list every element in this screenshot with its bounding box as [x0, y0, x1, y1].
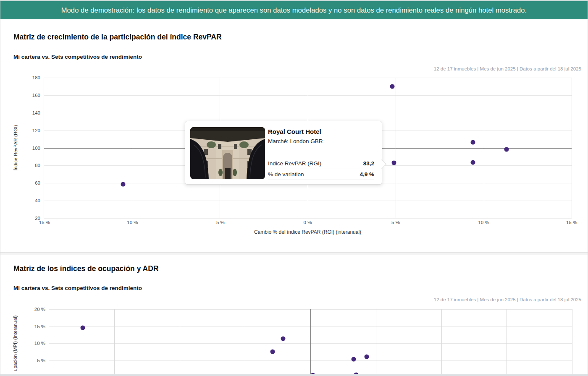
x-gridline: [245, 309, 245, 376]
y-axis-tick-label: 160: [32, 93, 40, 98]
scatter-point[interactable]: [504, 147, 509, 152]
y-axis-tick-label: 180: [32, 75, 40, 80]
hotel-photo: [190, 127, 265, 179]
tooltip-rgi-label: Indice RevPAR (RGI): [268, 160, 321, 167]
chart1-meta: 12 de 17 inmuebles | Mes de jun 2025 | D…: [434, 66, 581, 71]
chart1-y-axis-label: Índice RevPAR (RGI): [13, 125, 18, 170]
scatter-point[interactable]: [270, 350, 275, 354]
x-axis-tick-label: 0 %: [304, 220, 312, 225]
scatter-point[interactable]: [471, 160, 475, 165]
y-axis-tick-label: 10 %: [34, 341, 45, 346]
x-gridline: [396, 78, 396, 218]
y-axis-tick-label: 120: [32, 128, 40, 133]
chart2-title: Matriz de los índices de ocupación y ADR: [13, 264, 159, 273]
tooltip-variation-value: 4,9 %: [360, 171, 374, 178]
tooltip-rgi-value: 83,2: [363, 160, 374, 167]
x-gridline: [114, 309, 115, 376]
demo-mode-banner: Modo de demostración: los datos de rendi…: [0, 0, 588, 19]
chart1-title: Matriz de crecimiento de la participació…: [13, 33, 222, 42]
y-axis-tick-label: 80: [35, 163, 40, 168]
scatter-point[interactable]: [281, 337, 285, 341]
y-axis-tick-label: 5 %: [37, 358, 45, 363]
scatter-point[interactable]: [121, 182, 125, 187]
scatter-point[interactable]: [80, 325, 85, 330]
x-gridline: [441, 309, 442, 376]
y-axis-tick-label: 40: [35, 198, 40, 203]
tooltip-variation-label: % de variation: [268, 171, 304, 178]
x-axis-tick-label: 15 %: [566, 220, 577, 225]
x-gridline: [484, 78, 484, 218]
x-gridline: [507, 309, 507, 376]
y-axis-tick-label: 20 %: [34, 307, 45, 312]
scatter-point[interactable]: [390, 84, 394, 89]
x-gridline: [572, 309, 572, 376]
tooltip-hotel-name: Royal Court Hotel: [268, 128, 321, 135]
tooltip-market: Marché: London GBR: [268, 138, 323, 144]
zero-reference-line: [310, 309, 311, 376]
hotel-photo-illustration: [190, 127, 265, 179]
x-gridline: [44, 78, 44, 218]
chart2-meta: 12 de 17 inmuebles | Mes de jun 2025 | D…: [434, 297, 581, 302]
chart2-subtitle: Mi cartera vs. Sets competitivos de rend…: [13, 285, 142, 291]
occupancy-adr-scatter-plot: 20 %15 %10 %5 %: [49, 309, 572, 376]
demo-mode-banner-text: Modo de demostración: los datos de rendi…: [61, 6, 527, 14]
x-axis-tick-label: 5 %: [391, 220, 400, 225]
scatter-point[interactable]: [351, 357, 356, 362]
y-axis-tick-label: 140: [32, 110, 40, 115]
chart1-x-axis-label: Cambio % del índice RevPAR (RGI) (intera…: [44, 229, 572, 235]
y-axis-tick-label: 15 %: [34, 324, 45, 329]
tooltip-row-rgi: Indice RevPAR (RGI) 83,2: [268, 158, 374, 169]
x-gridline: [376, 309, 376, 376]
x-gridline: [49, 309, 49, 376]
tooltip-metrics: Indice RevPAR (RGI) 83,2 % de variation …: [268, 158, 374, 180]
x-gridline: [572, 78, 572, 218]
x-gridline: [180, 309, 180, 376]
x-axis-tick-label: -15 %: [37, 220, 50, 225]
tooltip-row-variation: % de variation 4,9 %: [268, 169, 374, 180]
x-axis-tick-label: 10 %: [478, 220, 489, 225]
chart1-subtitle: Mi cartera vs. Sets competitivos de rend…: [13, 54, 142, 60]
x-axis-tick-label: -10 %: [125, 220, 138, 225]
y-axis-tick-label: 60: [35, 180, 40, 185]
section-divider: [0, 252, 588, 255]
y-gridline: [44, 218, 572, 219]
x-axis-tick-label: -5 %: [215, 220, 225, 225]
chart2-y-axis-label: upación (MPI) (interanual): [13, 316, 18, 371]
viewport-bottom-strip: [0, 374, 588, 376]
x-gridline: [132, 78, 132, 218]
y-axis-tick-label: 100: [32, 146, 40, 151]
hotel-tooltip: Royal Court Hotel Marché: London GBR Ind…: [185, 121, 382, 185]
scatter-point[interactable]: [364, 354, 369, 359]
scatter-point-highlighted[interactable]: [391, 160, 396, 165]
scatter-point[interactable]: [471, 140, 475, 144]
